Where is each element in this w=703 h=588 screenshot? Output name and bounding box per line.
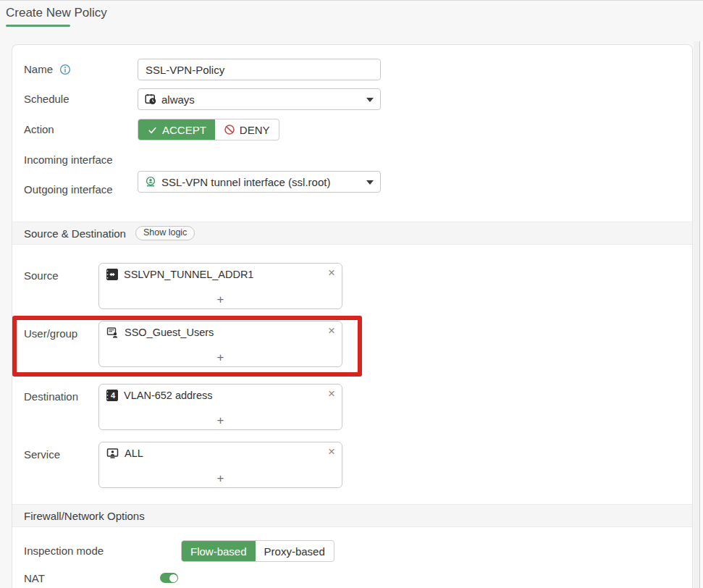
service-label: Service <box>24 444 60 466</box>
name-label: Name <box>24 59 71 80</box>
incoming-interface-select[interactable]: SSL-VPN tunnel interface (ssl.root) <box>138 171 381 193</box>
page-title: Create New Policy <box>6 6 107 20</box>
scrollbar-thumb-area <box>700 41 703 588</box>
inspection-mode-segmented-control: Flow-based Proxy-based <box>181 540 334 562</box>
destination-entry[interactable]: 4 VLAN-652 address × <box>99 385 342 401</box>
add-source-button[interactable]: + <box>99 293 342 306</box>
name-label-text: Name <box>24 63 53 75</box>
remove-service-button[interactable]: × <box>328 445 335 458</box>
destination-entry-label: VLAN-652 address <box>124 390 213 401</box>
service-multiselect[interactable]: ALL × + <box>98 442 342 488</box>
user-group-multiselect[interactable]: SSO_Guest_Users × + <box>98 321 342 367</box>
policy-form-card: Name Schedule always Actio <box>12 44 693 588</box>
check-icon <box>147 125 158 135</box>
service-entry[interactable]: ALL × <box>99 442 342 459</box>
add-service-button[interactable]: + <box>99 472 342 485</box>
outgoing-interface-label: Outgoing interface <box>24 179 113 201</box>
info-icon <box>59 64 71 75</box>
deny-icon <box>224 124 235 135</box>
add-user-group-button[interactable]: + <box>99 351 342 364</box>
source-destination-title: Source & Destination <box>24 227 126 240</box>
policy-name-input[interactable] <box>138 59 381 80</box>
firewall-options-title: Firewall/Network Options <box>24 510 145 522</box>
user-group-icon <box>106 327 119 338</box>
destination-label: Destination <box>24 386 78 408</box>
inspection-mode-label: Inspection mode <box>24 540 104 562</box>
proxy-based-button[interactable]: Proxy-based <box>256 541 334 561</box>
scrollbar-track[interactable] <box>694 41 703 588</box>
svg-text:4: 4 <box>111 391 116 400</box>
schedule-recurring-icon <box>145 93 156 105</box>
incoming-interface-label: Incoming interface <box>24 149 113 171</box>
user-group-entry[interactable]: SSO_Guest_Users × <box>99 322 342 338</box>
source-destination-section-header: Source & Destination Show logic <box>12 222 692 245</box>
deny-label: DENY <box>240 124 270 136</box>
source-entry-label: SSLVPN_TUNNEL_ADDR1 <box>124 269 253 280</box>
firewall-options-section-header: Firewall/Network Options <box>12 504 692 527</box>
action-segmented-control: ACCEPT DENY <box>138 119 279 140</box>
ip-range-icon <box>106 269 118 280</box>
nat-label: NAT <box>24 568 45 588</box>
create-policy-page: Create New Policy Name Schedule <box>0 0 703 588</box>
schedule-select[interactable]: always <box>138 88 381 110</box>
destination-multiselect[interactable]: 4 VLAN-652 address × + <box>98 384 342 430</box>
show-logic-button[interactable]: Show logic <box>135 226 195 240</box>
source-entry[interactable]: SSLVPN_TUNNEL_ADDR1 × <box>99 264 342 280</box>
action-label: Action <box>24 119 54 140</box>
service-all-icon <box>106 448 119 459</box>
add-destination-button[interactable]: + <box>99 414 342 427</box>
chevron-down-icon <box>366 180 374 185</box>
nat-toggle-knob <box>169 574 177 582</box>
user-group-entry-label: SSO_Guest_Users <box>125 327 214 338</box>
nat-toggle[interactable] <box>160 573 178 583</box>
title-underline <box>6 25 70 27</box>
remove-destination-button[interactable]: × <box>328 387 335 400</box>
schedule-value: always <box>161 93 195 106</box>
accept-button[interactable]: ACCEPT <box>138 119 215 140</box>
remove-user-group-button[interactable]: × <box>328 324 335 337</box>
remove-source-button[interactable]: × <box>328 266 335 279</box>
flow-based-button[interactable]: Flow-based <box>182 541 256 561</box>
source-multiselect[interactable]: SSLVPN_TUNNEL_ADDR1 × + <box>98 263 342 309</box>
chevron-down-icon <box>366 98 374 102</box>
ipv4-subnet-icon: 4 <box>106 390 118 401</box>
accept-label: ACCEPT <box>162 124 206 136</box>
user-group-label: User/group <box>24 323 77 345</box>
source-label: Source <box>24 265 59 287</box>
deny-button[interactable]: DENY <box>215 119 279 140</box>
ssl-vpn-tunnel-icon <box>145 176 156 188</box>
schedule-label: Schedule <box>24 88 70 110</box>
incoming-interface-value: SSL-VPN tunnel interface (ssl.root) <box>161 176 330 188</box>
service-entry-label: ALL <box>125 448 143 459</box>
